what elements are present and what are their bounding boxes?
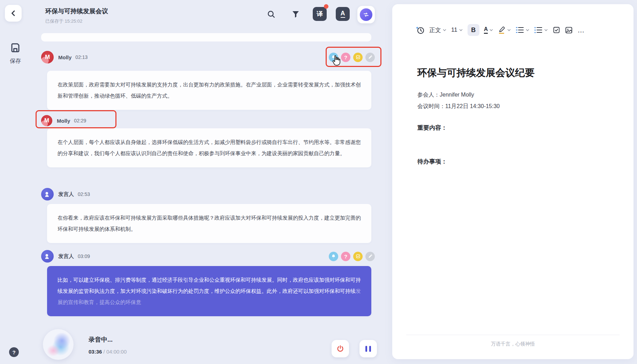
avatar-speaker [41,250,54,263]
message-actions: ? [329,252,375,261]
speaker-name: 发言人 [58,191,74,198]
dictionary-icon: A [341,10,345,18]
message-time: 02:29 [74,118,86,123]
previous-message-bubble-partial [41,33,371,41]
recording-orb [43,329,74,360]
message-bubble[interactable]: 在你看来，政府应该在环保和可持续发展方面采取哪些具体措施呢？政府应该加大对环保和… [47,204,371,243]
save-button[interactable]: 保存 [0,43,31,65]
chevron-down-icon [544,28,548,32]
avatar-molly: M [41,115,52,126]
hand-cursor-graphic [331,55,342,67]
pause-icon [365,346,371,352]
mark-todo-button[interactable] [353,53,363,62]
mark-todo-button[interactable] [353,252,363,261]
question-icon: ? [344,54,347,60]
message-header: 发言人 02:53 [41,186,381,203]
back-button[interactable] [5,5,22,22]
help-icon: ? [12,349,15,355]
highlighter-icon [498,26,506,34]
bullet-list-button[interactable] [534,26,548,34]
image-icon [565,26,573,34]
ordered-list-button[interactable] [516,26,530,34]
edit-button[interactable] [365,53,375,62]
highlight-button[interactable] [498,26,511,34]
power-icon [336,345,344,352]
chevron-down-icon [459,28,463,32]
speaker-name: Molly [57,118,70,124]
todo-heading[interactable]: 待办事项： [417,158,447,166]
notification-dot [324,4,328,9]
footer-divider [406,335,620,335]
chevron-down-icon [442,28,447,32]
message-time: 03:09 [78,253,90,259]
translate-icon: 译 [317,11,323,17]
ai-assistant-icon [360,8,372,21]
editor-toolbar: 正文 11 B A [416,23,623,37]
attendees-line: 参会人：Jennifer Molly [417,89,500,100]
avatar-molly: M [41,51,54,63]
message-bubble[interactable]: 在政策层面，政府需要加大对可持续发展的支持力度，出台更加有力的政策措施。在产业层… [47,71,371,110]
message-header: M Molly 02:13 ? [41,49,381,66]
time-divider: / [102,349,106,355]
important-content-heading[interactable]: 重要内容： [417,124,447,132]
filter-button[interactable] [289,8,302,21]
search-icon [267,10,276,19]
chevron-down-icon [489,28,493,32]
document-title[interactable]: 环保与可持续发展会议纪要 [417,66,534,79]
checkbox-button[interactable] [553,26,560,34]
paragraph-style-select[interactable]: 正文 [429,26,447,34]
chevron-down-icon [525,28,530,32]
todo-check-icon [356,254,361,259]
font-size-value: 11 [451,26,457,33]
message-header: 发言人 03:09 ? [41,248,381,265]
translate-button[interactable]: 译 [313,7,327,21]
message-time: 02:53 [78,191,90,197]
message-bubble-active[interactable]: 比如，可以建立环保税、排污费等制度，通过经济手段引导企业和公众重视环保和可持续发… [47,266,371,316]
question-icon: ? [344,253,347,259]
bold-button[interactable]: B [468,24,479,36]
todo-check-icon [356,55,361,60]
bullet-list-icon [534,26,543,34]
recording-status: 录音中... [89,335,113,344]
search-button[interactable] [265,8,278,21]
more-options-button[interactable]: … [577,26,585,34]
history-button[interactable] [416,26,425,35]
save-icon [10,43,21,53]
save-label: 保存 [0,58,31,65]
message-bubble[interactable]: 在个人层面，每个人都应该从自身做起，选择环保低碳的生活方式，如减少用塑料袋步行或… [47,128,371,167]
elapsed-time: 03:36 [89,349,102,355]
total-time: 04:00:00 [106,349,127,355]
ordered-list-icon [516,26,524,34]
recording-time: 03:36 / 04:00:00 [89,349,127,355]
page-title: 环保与可持续发展会议 [45,7,108,15]
meeting-transcription-app: 保存 ? 环保与可持续发展会议 已保存于 15:25:02 译 A M Moll… [0,0,637,364]
filter-icon [291,10,300,18]
dictionary-button[interactable]: A [336,7,350,21]
bell-icon [331,254,336,259]
message-header: M Molly 02:29 [41,112,381,129]
pause-recording-button[interactable] [359,340,377,357]
speaker-name: Molly [58,54,71,60]
font-size-select[interactable]: 11 [451,26,463,33]
mark-question-button[interactable]: ? [341,252,350,261]
checkbox-icon [553,26,560,34]
document-meta[interactable]: 参会人：Jennifer Molly 会议时间：11月22日 14:30-15:… [417,89,500,112]
message-text: 比如，可以建立环保税、排污费等制度，通过经济手段引导企业和公众重视环保和可持续发… [58,277,361,294]
edit-button[interactable] [365,252,375,261]
font-color-button[interactable]: A [484,26,494,33]
mark-focus-button[interactable] [329,252,338,261]
avatar-speaker [41,188,54,200]
notes-editor-panel: 正文 11 B A [392,4,634,359]
paragraph-style-value: 正文 [429,26,441,34]
chevron-left-icon [10,10,16,16]
font-color-letter: A [484,26,488,33]
slogan: 万语千言，心领神悟 [392,341,634,347]
mark-question-button[interactable]: ? [341,53,350,62]
stop-recording-button[interactable] [332,340,349,357]
speaker-name: 发言人 [58,253,74,260]
insert-image-button[interactable] [565,26,573,34]
help-button[interactable]: ? [9,347,19,357]
meeting-time-line: 会议时间：11月22日 14:30-15:30 [417,100,500,112]
chevron-down-icon [507,28,511,32]
ai-assistant-button[interactable] [357,6,375,23]
